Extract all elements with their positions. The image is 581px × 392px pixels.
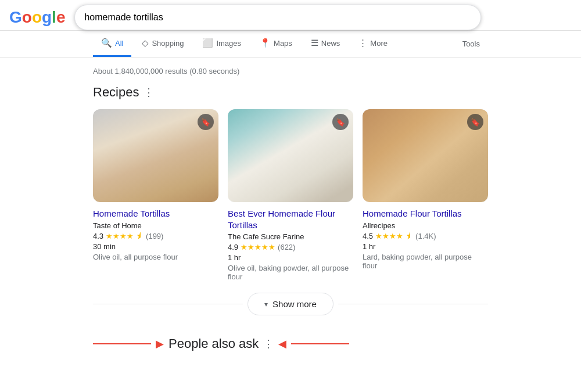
recipes-section-header: Recipes ⋮ bbox=[93, 85, 488, 100]
recipe-card-2[interactable]: 🔖 Best Ever Homemade Flour Tortillas The… bbox=[228, 109, 353, 281]
rating-count-1: (199) bbox=[146, 232, 163, 240]
rating-value-3: 4.5 bbox=[363, 232, 373, 240]
rating-value-2: 4.9 bbox=[228, 243, 238, 251]
paa-line-right bbox=[291, 343, 349, 344]
google-logo: Google bbox=[9, 8, 65, 27]
paa-arrow-left-icon: ▶ bbox=[156, 337, 164, 350]
stars-1: ★★★★ bbox=[106, 232, 134, 240]
bookmark-icon-1: 🔖 bbox=[201, 118, 210, 127]
recipe-source-1: Taste of Home bbox=[93, 221, 218, 230]
recipe-rating-1: 4.3 ★★★★⯨ (199) bbox=[93, 232, 218, 240]
paa-line-left bbox=[93, 343, 151, 344]
recipe-time-1: 30 min bbox=[93, 242, 218, 251]
recipe-source-2: The Cafe Sucre Farine bbox=[228, 232, 353, 241]
recipe-rating-2: 4.9 ★★★★★ (622) bbox=[228, 243, 353, 251]
rating-count-2: (622) bbox=[278, 243, 295, 251]
recipe-title-2[interactable]: Best Ever Homemade Flour Tortillas bbox=[228, 208, 353, 231]
recipe-card-1[interactable]: 🔖 Homemade Tortillas Taste of Home 4.3 ★… bbox=[93, 109, 218, 281]
tab-shopping[interactable]: ◇ Shopping bbox=[134, 31, 192, 57]
show-more-line-right bbox=[338, 304, 488, 304]
recipe-ingredients-3: Lard, baking powder, all purpose flour bbox=[363, 253, 488, 270]
recipe-card-3[interactable]: 🔖 Homemade Flour Tortillas Allrecipes 4.… bbox=[363, 109, 488, 281]
tab-images[interactable]: ⬜ Images bbox=[194, 31, 249, 57]
results-count: About 1,840,000,000 results (0.80 second… bbox=[93, 67, 488, 75]
recipe-title-3[interactable]: Homemade Flour Tortillas bbox=[363, 208, 488, 220]
tab-maps[interactable]: 📍 Maps bbox=[252, 31, 300, 57]
section-options-icon[interactable]: ⋮ bbox=[144, 86, 154, 99]
half-star-1: ⯨ bbox=[136, 232, 144, 240]
recipe-cards: 🔖 Homemade Tortillas Taste of Home 4.3 ★… bbox=[93, 109, 488, 281]
tools-button[interactable]: Tools bbox=[454, 33, 488, 55]
recipe-time-2: 1 hr bbox=[228, 253, 353, 262]
recipe-rating-3: 4.5 ★★★★⯨ (1.4K) bbox=[363, 232, 488, 240]
show-more-container: ▾ Show more bbox=[93, 293, 488, 315]
recipe-source-3: Allrecipes bbox=[363, 221, 488, 230]
paa-arrow-right-icon: ◀ bbox=[278, 337, 286, 350]
recipe-ingredients-1: Olive oil, all purpose flour bbox=[93, 253, 218, 261]
news-icon: ☰ bbox=[311, 38, 318, 48]
tab-more[interactable]: ⋮ More bbox=[350, 31, 396, 57]
bookmark-icon-3: 🔖 bbox=[471, 118, 480, 127]
stars-3: ★★★★ bbox=[375, 232, 403, 240]
bookmark-button-3[interactable]: 🔖 bbox=[467, 114, 483, 130]
show-more-label: Show more bbox=[272, 299, 317, 309]
recipe-time-3: 1 hr bbox=[363, 242, 488, 251]
chevron-down-icon: ▾ bbox=[264, 300, 268, 308]
bookmark-button-2[interactable]: 🔖 bbox=[332, 114, 349, 130]
search-bar-area: Google bbox=[0, 0, 581, 31]
recipe-image-2: 🔖 bbox=[228, 109, 353, 202]
bookmark-button-1[interactable]: 🔖 bbox=[198, 114, 214, 130]
images-icon: ⬜ bbox=[202, 38, 213, 48]
recipe-image-1: 🔖 bbox=[93, 109, 218, 202]
results-area: About 1,840,000,000 results (0.80 second… bbox=[0, 57, 581, 361]
rating-count-3: (1.4K) bbox=[415, 232, 436, 240]
recipe-ingredients-2: Olive oil, baking powder, all purpose fl… bbox=[228, 264, 353, 281]
stars-2: ★★★★★ bbox=[241, 243, 275, 251]
maps-icon: 📍 bbox=[260, 38, 271, 48]
people-also-ask-title: People also ask bbox=[168, 336, 259, 351]
recipes-title: Recipes bbox=[93, 85, 139, 100]
half-star-3: ⯨ bbox=[406, 232, 413, 240]
rating-value-1: 4.3 bbox=[93, 232, 103, 240]
recipe-image-3: 🔖 bbox=[363, 109, 488, 202]
show-more-button[interactable]: ▾ Show more bbox=[248, 293, 333, 315]
more-icon: ⋮ bbox=[358, 38, 367, 48]
search-input[interactable] bbox=[74, 5, 481, 30]
shopping-icon: ◇ bbox=[142, 38, 149, 48]
bookmark-icon-2: 🔖 bbox=[336, 118, 345, 127]
search-icon: 🔍 bbox=[101, 38, 112, 48]
people-also-ask-options-icon[interactable]: ⋮ bbox=[263, 337, 274, 350]
tab-all[interactable]: 🔍 All bbox=[93, 31, 131, 57]
recipe-title-1[interactable]: Homemade Tortillas bbox=[93, 208, 218, 220]
people-also-ask-section: ▶ People also ask ⋮ ◀ bbox=[93, 327, 488, 361]
nav-tabs: 🔍 All ◇ Shopping ⬜ Images 📍 Maps ☰ News … bbox=[0, 31, 581, 57]
tab-news[interactable]: ☰ News bbox=[303, 31, 349, 57]
show-more-line-left bbox=[93, 304, 243, 304]
